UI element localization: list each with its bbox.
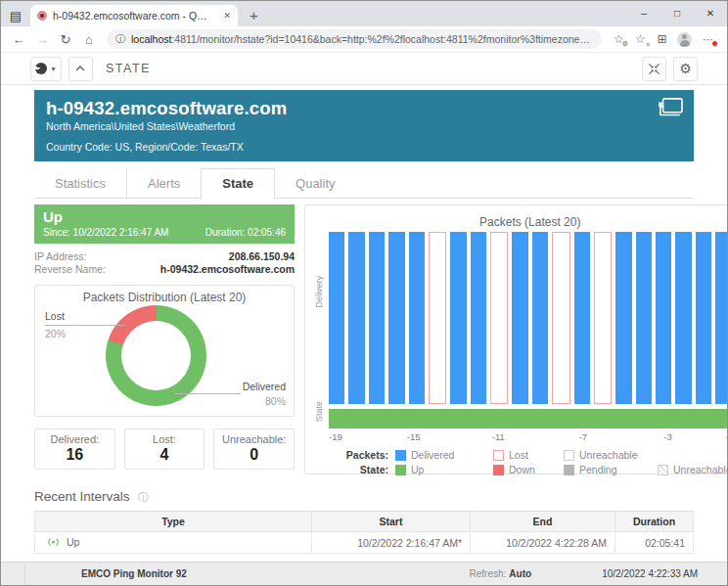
refresh-label: Refresh: [470, 568, 507, 579]
browser-actions: ☆⚙ ☆≡ ⊞ ⋯ [610, 32, 719, 47]
forward-icon: → [32, 32, 52, 47]
browser-tab[interactable]: h-09432.emcosoftware.com - Q… ✕ [30, 5, 238, 26]
refresh-value[interactable]: Auto [509, 568, 531, 579]
settings-button[interactable]: ⚙ [673, 57, 698, 81]
packet-bar-delivered [409, 232, 425, 404]
detail-row: IP Address:208.66.150.94 [34, 250, 295, 263]
chevron-down-icon: ▼ [50, 66, 57, 72]
counters: Delivered:16Lost:4Unreachable:0 [34, 428, 295, 470]
window-controls: – □ ✕ [627, 1, 727, 24]
unreachable-packet-swatch-icon [564, 450, 574, 461]
favorites-list-icon[interactable]: ☆≡ [631, 32, 650, 46]
status-bar-left-cell [1, 563, 25, 585]
lost-swatch-icon [493, 450, 504, 461]
callout-lost-percent: 20% [45, 328, 66, 339]
collections-icon[interactable]: ⊞ [653, 32, 671, 46]
view-tabs: StatisticsAlertsStateQuality [34, 168, 694, 199]
tab-statistics[interactable]: Statistics [34, 168, 127, 198]
callout-lost-line [45, 325, 125, 326]
counter-unreachable: Unreachable:0 [213, 428, 295, 470]
back-icon[interactable]: ← [9, 32, 28, 47]
gear-icon: ⚙ [679, 62, 692, 75]
tab-alerts[interactable]: Alerts [127, 168, 201, 198]
profile-avatar[interactable] [677, 32, 692, 47]
intervals-table: TypeStartEndDuration Up10/2/2022 2:16:47… [34, 511, 694, 554]
unreachable-state-swatch-icon [658, 465, 668, 475]
packets-bars [329, 232, 728, 404]
x-tick: -7 [579, 431, 587, 442]
page-info-icon[interactable]: ⓘ [115, 32, 125, 46]
legend-item-unreachable-packet: Unreachable [564, 449, 658, 461]
status-bar: EMCO Ping Monitor 92 Refresh:Auto 10/2/2… [1, 562, 727, 585]
url-path: :4811/monitor/hstate?id=10416&back=http:… [171, 33, 589, 45]
counter-delivered: Delivered:16 [34, 428, 115, 470]
host-country: Country Code: US, Region/Code: Texas/TX [46, 141, 682, 153]
tab-actions-menu-icon[interactable]: ▤ [5, 9, 26, 23]
packet-bar-lost [552, 232, 569, 404]
host-details: IP Address:208.66.150.94Reverse Name:h-0… [34, 250, 295, 276]
recent-intervals-section: Recent Intervals ⓘ TypeStartEndDuration … [34, 487, 694, 554]
host-name: h-09432.emcosoftware.com [46, 98, 682, 118]
add-favorite-star-icon[interactable]: ☆⚙ [610, 32, 628, 46]
browser-navbar: ← → ↻ ⌂ ⓘ localhost:4811/monitor/hstate?… [1, 26, 727, 53]
refresh-icon[interactable]: ↻ [56, 32, 75, 47]
host-header: h-09432.emcosoftware.com North America\U… [34, 90, 694, 161]
packet-bar-delivered [532, 232, 548, 404]
callout-lost-label: Lost [45, 310, 65, 322]
packet-bar-delivered [615, 232, 631, 404]
chevron-up-icon [75, 66, 85, 71]
chart-view-dropdown-button[interactable]: ▼ [30, 57, 62, 81]
column-start: Start [312, 512, 471, 532]
status-state: Up [43, 208, 286, 225]
chart-legend: Packets:DeliveredLostUnreachableState:Up… [329, 449, 728, 475]
packet-bar-delivered [369, 232, 385, 404]
interval-duration: 02:05:41 [615, 532, 694, 554]
up-swatch-icon [395, 465, 406, 475]
fullscreen-button[interactable] [642, 57, 666, 81]
legend-group-label: Packets: [329, 449, 395, 461]
state-track [329, 409, 728, 428]
minimize-button[interactable]: – [627, 1, 660, 24]
monitor-icon [656, 97, 685, 124]
legend-item-unreachable-state: Unreachable [658, 464, 728, 475]
fullscreen-icon [648, 63, 660, 75]
view-title: STATE [106, 62, 151, 75]
address-bar[interactable]: ⓘ localhost:4811/monitor/hstate?id=10416… [107, 29, 602, 49]
tab-quality[interactable]: Quality [275, 168, 355, 198]
info-icon[interactable]: ⓘ [138, 491, 149, 503]
tab-title: h-09432.emcosoftware.com - Q… [53, 10, 219, 22]
column-end: End [471, 512, 615, 532]
x-tick: -15 [407, 431, 421, 442]
callout-delivered-percent: 80% [265, 395, 286, 407]
interval-row[interactable]: Up10/2/2022 2:16:47 AM*10/2/2022 4:22:28… [35, 532, 694, 554]
packet-bar-delivered [329, 232, 344, 404]
packet-bar-delivered [574, 232, 590, 404]
x-tick: -11 [492, 431, 505, 442]
collapse-panel-button[interactable] [68, 57, 93, 81]
pending-swatch-icon [564, 465, 574, 475]
pie-chart-icon [35, 63, 47, 74]
bar-chart-title: Packets (Latest 20) [329, 215, 728, 229]
legend-group-label: State: [329, 464, 395, 475]
legend-item-lost: Lost [493, 449, 564, 461]
delivered-swatch-icon [395, 450, 406, 461]
callout-delivered-line [174, 393, 241, 394]
packet-bar-delivered [715, 232, 728, 404]
home-icon[interactable]: ⌂ [79, 32, 99, 47]
page-content: h-09432.emcosoftware.com North America\U… [1, 85, 727, 554]
packet-bar-delivered [348, 232, 364, 404]
maximize-button[interactable]: □ [660, 1, 694, 24]
legend-item-pending: Pending [564, 464, 658, 475]
column-type: Type [35, 512, 312, 532]
tab-state[interactable]: State [201, 168, 275, 199]
close-button[interactable]: ✕ [694, 1, 727, 24]
packet-bar-delivered [656, 232, 671, 404]
recent-intervals-title: Recent Intervals [34, 489, 130, 504]
status-since: Since: 10/2/2022 2:16:47 AM [43, 227, 168, 238]
browser-menu-icon[interactable]: ⋯ [698, 33, 719, 46]
y-label-delivery: Delivery [314, 276, 324, 308]
detail-row: Reverse Name:h-09432.emcosoftware.com [34, 263, 295, 276]
tab-close-icon[interactable]: ✕ [223, 11, 231, 21]
app-brand: EMCO Ping Monitor 92 [81, 568, 187, 579]
new-tab-button[interactable]: + [250, 7, 258, 23]
